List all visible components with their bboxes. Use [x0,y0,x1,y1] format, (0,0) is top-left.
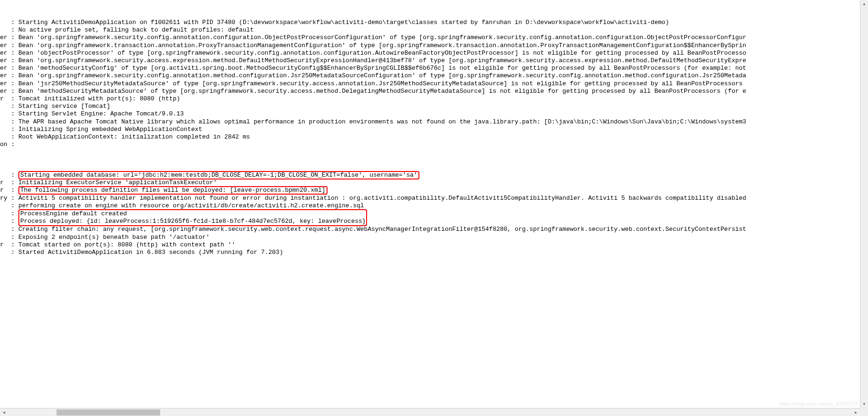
log-line: : Starting embedded database: url='jdbc:… [0,171,868,179]
log-line: : Process deployed: {id: leaveProcess:1:… [0,218,868,226]
blank-line [0,148,868,156]
log-prefix: : [0,133,18,140]
log-line: er : Bean 'jsr250MethodSecurityMetadataS… [0,80,868,88]
log-text: Initializing ExecutorService 'applicatio… [18,179,217,186]
log-text: Tomcat started on port(s): 8080 (http) w… [18,241,235,248]
highlighted-log-database: Starting embedded database: url='jdbc:h2… [18,171,419,179]
log-text: Starting service [Tomcat] [18,103,110,110]
log-text: Bean 'jsr250MethodSecurityMetadataSource… [18,80,746,87]
log-line: : Exposing 2 endpoint(s) beneath base pa… [0,234,868,241]
console-log-output: : Starting ActivitiDemoApplication on f1… [0,0,868,408]
log-prefix: er : [0,42,18,49]
log-text: ProcessEngine default created [20,210,127,217]
log-prefix: : [0,210,18,217]
log-text: Bean 'org.springframework.security.confi… [18,72,746,79]
log-prefix: : [0,234,18,241]
log-prefix: r : [0,179,18,186]
log-line: er : Bean 'methodSecurityMetadataSource'… [0,88,868,95]
log-prefix: r : [0,187,18,194]
log-text: Started ActivitiDemoApplication in 6.883… [18,249,283,256]
scroll-down-arrow-icon[interactable]: ▼ [860,400,868,408]
log-line: : Initializing Spring embedded WebApplic… [0,126,868,133]
log-prefix: : [0,19,18,26]
log-prefix: : [0,126,18,133]
log-prefix: : [0,249,18,256]
scroll-up-arrow-icon[interactable]: ▲ [860,0,868,8]
log-line: er : Bean 'objectPostProcessor' of type … [0,49,868,57]
log-prefix: r : [0,95,18,102]
log-text: Bean 'methodSecurityConfig' of type [org… [18,65,746,72]
log-line: : performing create on engine with resou… [0,202,868,210]
highlighted-log-process-engine: ProcessEngine default created [18,209,367,218]
log-text: No active profile set, falling back to d… [18,26,254,33]
log-text: The APR based Apache Tomcat Native libra… [18,118,746,125]
log-prefix: er : [0,57,18,64]
blank-line [0,156,868,164]
log-line: er : Bean 'org.springframework.security.… [0,34,868,41]
log-line: r : Tomcat started on port(s): 8080 (htt… [0,241,868,249]
log-prefix: : [0,118,18,125]
log-text: Tomcat initialized with port(s): 8080 (h… [18,95,180,102]
log-prefix: on : [0,141,18,148]
log-line: er : Bean 'org.springframework.transacti… [0,42,868,49]
horizontal-scrollbar-thumb[interactable] [57,409,160,416]
log-line: ry : Activiti 5 compatibility handler im… [0,195,868,202]
log-text: Initializing Spring embedded WebApplicat… [18,126,202,133]
log-prefix: r : [0,241,18,248]
log-text: Starting ActivitiDemoApplication on f100… [18,19,669,26]
log-prefix: : [0,110,18,117]
log-line: : ProcessEngine default created [0,210,868,218]
scrollbar-corner [860,408,868,416]
blank-line [0,164,868,171]
log-text: Bean 'org.springframework.security.acces… [18,57,746,64]
log-text: Exposing 2 endpoint(s) beneath base path… [18,234,210,241]
watermark: https://blog.csdn.net/qq_40587575 [779,401,859,407]
scroll-right-arrow-icon[interactable]: ▶ [852,408,860,416]
log-text: Activiti 5 compatibility handler impleme… [18,195,746,202]
log-text: Starting Servlet Engine: Apache Tomcat/9… [18,110,184,117]
log-prefix: er : [0,88,18,95]
log-text: Process deployed: {id: leaveProcess:1:51… [20,218,366,225]
highlighted-log-process-files: The following process definition files w… [18,186,328,195]
log-prefix: : [0,226,18,233]
log-text: Bean 'org.springframework.security.confi… [18,34,746,41]
horizontal-scrollbar[interactable]: ◀ ▶ [0,408,860,416]
log-prefix: er : [0,80,18,87]
log-line: on : [0,141,868,148]
log-line: r : Tomcat initialized with port(s): 808… [0,95,868,103]
log-prefix: : [0,218,18,225]
vertical-scrollbar[interactable]: ▲ ▼ [860,0,868,408]
log-text: Creating filter chain: any request, [org… [18,226,746,233]
log-text: Bean 'objectPostProcessor' of type [org.… [18,49,746,57]
log-text: Bean 'methodSecurityMetadataSource' of t… [18,88,746,95]
log-line: : Starting ActivitiDemoApplication on f1… [0,19,868,26]
scroll-left-arrow-icon[interactable]: ◀ [0,408,8,416]
log-prefix: : [0,202,18,209]
log-text: Bean 'org.springframework.transaction.an… [18,42,746,49]
log-line: er : Bean 'methodSecurityConfig' of type… [0,65,868,72]
log-line: er : Bean 'org.springframework.security.… [0,57,868,65]
log-prefix: ry : [0,195,18,202]
log-line: r : The following process definition fil… [0,187,868,194]
log-prefix: er : [0,49,18,57]
log-line: : No active profile set, falling back to… [0,26,868,34]
log-line: : Root WebApplicationContext: initializa… [0,133,868,141]
log-text: Root WebApplicationContext: initializati… [18,133,250,140]
log-line: er : Bean 'org.springframework.security.… [0,72,868,80]
log-line: : Creating filter chain: any request, [o… [0,226,868,233]
log-prefix: er : [0,34,18,41]
log-prefix: : [0,26,18,33]
log-prefix: er : [0,65,18,72]
log-line: r : Initializing ExecutorService 'applic… [0,179,868,187]
log-line: : The APR based Apache Tomcat Native lib… [0,118,868,126]
log-prefix: er : [0,72,18,79]
log-line: : Started ActivitiDemoApplication in 6.8… [0,249,868,256]
log-line: : Starting service [Tomcat] [0,103,868,110]
log-prefix: : [0,171,18,179]
log-prefix: : [0,103,18,110]
highlighted-log-process-deployed: Process deployed: {id: leaveProcess:1:51… [18,218,367,226]
log-text: performing create on engine with resourc… [18,202,364,209]
log-line: : Starting Servlet Engine: Apache Tomcat… [0,110,868,118]
